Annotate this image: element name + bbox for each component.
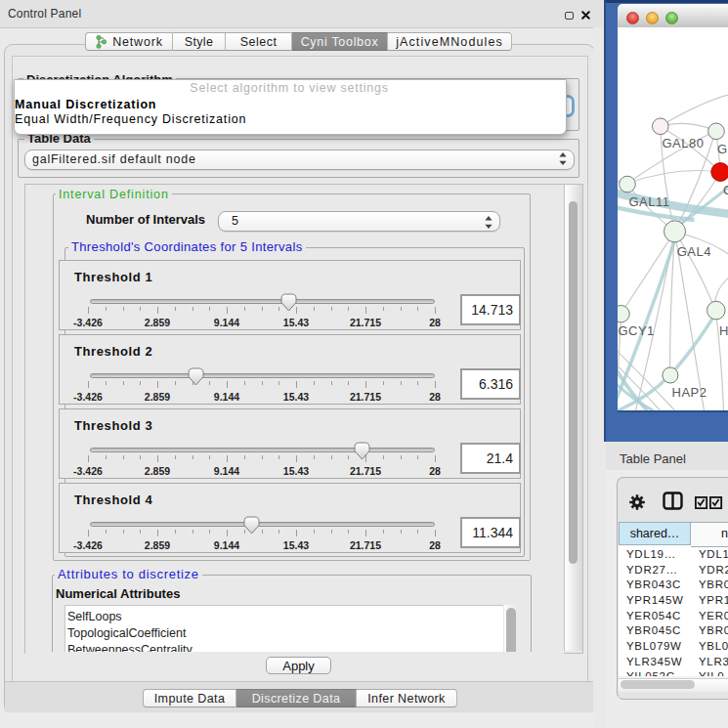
svg-text:GCY1: GCY1 [618, 323, 654, 338]
svg-text:GAL11: GAL11 [628, 194, 669, 209]
svg-text:GAL80: GAL80 [662, 136, 704, 150]
svg-text:HAP2: HAP2 [671, 385, 707, 400]
svg-text:C: C [722, 183, 728, 197]
svg-text:H: H [718, 323, 728, 338]
svg-text:GAL4: GAL4 [676, 244, 710, 259]
svg-text:G.: G. [717, 142, 728, 156]
